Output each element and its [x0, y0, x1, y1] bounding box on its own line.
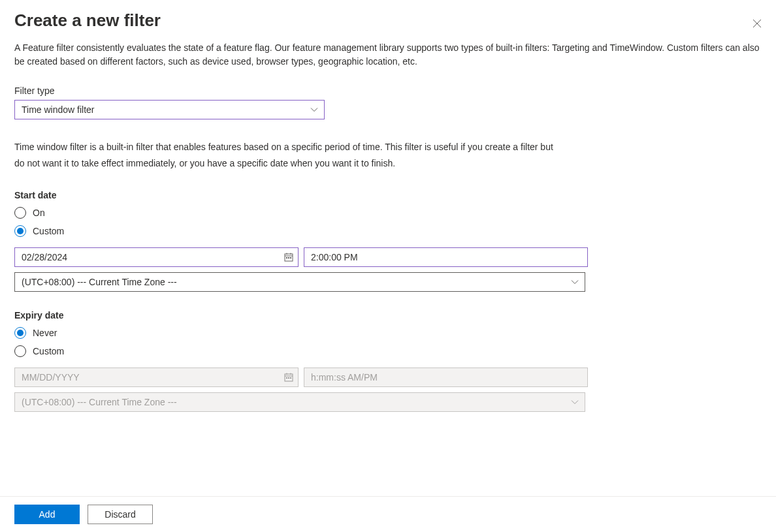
- filter-type-select[interactable]: Time window filter: [14, 100, 325, 119]
- filter-type-selected: Time window filter: [22, 104, 95, 115]
- expiry-date-fields: [14, 368, 762, 387]
- filter-type-label: Filter type: [14, 86, 762, 96]
- start-timezone-select[interactable]: (UTC+08:00) --- Current Time Zone ---: [14, 272, 585, 292]
- expiry-date-input-wrap: [14, 368, 299, 387]
- radio-label: Custom: [33, 346, 64, 356]
- start-date-radio-custom[interactable]: Custom: [14, 225, 64, 237]
- radio-icon: [14, 345, 26, 357]
- radio-icon: [14, 225, 26, 237]
- panel-footer: Add Discard: [0, 496, 776, 532]
- close-icon[interactable]: [750, 16, 764, 33]
- expiry-timezone-row: (UTC+08:00) --- Current Time Zone ---: [14, 392, 585, 412]
- start-date-heading: Start date: [14, 190, 762, 200]
- start-date-radio-on[interactable]: On: [14, 207, 45, 219]
- radio-label: On: [33, 208, 45, 218]
- start-date-input-wrap: [14, 247, 299, 267]
- panel-description: A Feature filter consistently evaluates …: [14, 41, 762, 69]
- radio-icon: [14, 207, 26, 219]
- create-filter-panel: Create a new filter A Feature filter con…: [0, 0, 776, 532]
- start-time-input-wrap: [304, 247, 588, 267]
- expiry-date-radio-group: Never Custom: [14, 327, 762, 357]
- expiry-timezone-value: (UTC+08:00) --- Current Time Zone ---: [22, 397, 177, 407]
- radio-icon: [14, 327, 26, 339]
- expiry-date-radio-custom[interactable]: Custom: [14, 345, 64, 357]
- filter-type-description: Time window filter is a built-in filter …: [14, 139, 563, 172]
- start-date-radio-group: On Custom: [14, 207, 762, 237]
- expiry-time-input-wrap: [304, 368, 588, 387]
- start-timezone-row: (UTC+08:00) --- Current Time Zone ---: [14, 272, 585, 292]
- discard-button[interactable]: Discard: [88, 505, 153, 524]
- expiry-timezone-select: (UTC+08:00) --- Current Time Zone ---: [14, 392, 585, 412]
- expiry-date-input: [14, 368, 299, 387]
- add-button[interactable]: Add: [14, 505, 80, 524]
- start-timezone-value: (UTC+08:00) --- Current Time Zone ---: [22, 277, 177, 287]
- start-date-input[interactable]: [14, 247, 299, 267]
- expiry-time-input: [304, 368, 588, 387]
- radio-label: Never: [33, 328, 57, 338]
- expiry-date-radio-never[interactable]: Never: [14, 327, 57, 339]
- panel-title: Create a new filter: [14, 10, 161, 31]
- panel-header: Create a new filter: [14, 8, 762, 41]
- start-time-input[interactable]: [304, 247, 588, 267]
- radio-label: Custom: [33, 226, 64, 236]
- start-date-fields: [14, 247, 762, 267]
- expiry-date-heading: Expiry date: [14, 310, 762, 321]
